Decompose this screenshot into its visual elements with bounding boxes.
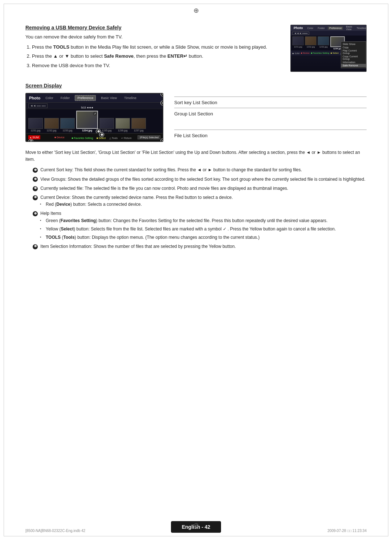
ps-file-1235: 1235.jpg: [99, 118, 114, 132]
usb-step-3: Remove the USB device from the TV.: [32, 62, 283, 69]
group-list-label-group: Group List Section: [174, 108, 367, 116]
desc-4-sub-1: Red (Device) button: Selects a connected…: [40, 201, 367, 208]
screen-display-title: Screen Display: [25, 83, 367, 89]
ss-device: ■ Device: [301, 52, 310, 54]
footer-date-info: 2009-07-28 □□ 11:23:34: [327, 529, 367, 533]
desc-item-4: ❹ Current Device: Shows the currently se…: [25, 194, 367, 208]
ss-tab-timeline: Timeline: [355, 26, 367, 30]
ss-tab-basic: Basic View: [344, 25, 354, 31]
ps-tab-folder: Folder: [58, 95, 72, 101]
photo-screen-inner: Photo Color Folder Preference Basic View…: [26, 94, 163, 141]
ss-top-bar: Photo Color Folder Preference Basic View…: [291, 25, 366, 31]
ps-top-bar: Photo Color Folder Preference Basic View…: [26, 94, 163, 103]
bottom-compass-icon: ⊕: [193, 521, 199, 529]
desc-5-sub-1: Green (Favorites Setting) button: Change…: [40, 217, 367, 224]
usb-step-1: Press the TOOLS button in the Media Play…: [32, 44, 283, 51]
group-list-label: Group List Section: [174, 111, 367, 116]
description-section: Move to either 'Sort key List Section', …: [25, 149, 367, 250]
ps-counter: 5/15 ★★★: [76, 106, 98, 109]
desc-item-1: ❶ Current Sort key: This field shows the…: [25, 167, 367, 173]
sort-key-line: [174, 97, 367, 97]
desc-item-5: ❺ Help Items Green (Favorites Setting) b…: [25, 210, 367, 241]
badge-4: ❹: [28, 139, 33, 142]
ps-tab-color: Color: [43, 95, 56, 101]
ps-sort-row: ◄◄ •••• ••••: [28, 103, 48, 108]
badge-5: ❺: [99, 132, 104, 137]
ps-tab-timeline: Timeline: [122, 95, 139, 101]
badge-1: ❶: [160, 93, 163, 97]
usb-section: Removing a USB Memory Device Safely You …: [25, 25, 367, 72]
ss-menu-copy: Copy: [341, 46, 366, 49]
ps-tools-btn[interactable]: △ Tools: [108, 136, 119, 140]
desc-list: ❶ Current Sort key: This field shows the…: [25, 167, 367, 250]
ps-file-1237: 1237.jpg: [131, 118, 146, 132]
file-list-label-group: File List Section: [174, 130, 367, 138]
desc-5-sub-3: TOOLS (Tools) button: Displays the optio…: [40, 234, 367, 241]
badge-2: ❷: [160, 101, 163, 106]
ss-menu-slideshow: Slide Show: [341, 42, 366, 46]
intro-text: Move to either 'Sort key List Section', …: [25, 149, 367, 163]
file-list-line: [174, 130, 367, 130]
sort-key-label: Sort key List Section: [174, 100, 367, 105]
ps-tab-basic: Basic View: [99, 95, 119, 101]
ps-file-1234: 5/15 ★★★ ✓ 1234.jpg ❸: [76, 111, 98, 132]
circle-2: ❷: [33, 177, 38, 182]
ps-fname-1233: 1233.jpg: [63, 129, 73, 132]
ps-bottom-bar: ⬥ SUM ❹ ■ Device ■ Favorites Setting ■ S…: [26, 133, 163, 141]
desc-5-sub-2: Yellow (Select) button: Selects file fro…: [40, 226, 367, 233]
photo-screen: Photo Color Folder Preference Basic View…: [25, 93, 163, 142]
usb-text: Removing a USB Memory Device Safely You …: [25, 25, 283, 72]
ss-menu-info: Information: [341, 61, 366, 64]
ps-selected-info: 1File(s) Selected: [138, 135, 160, 139]
display-container: Photo Color Folder Preference Basic View…: [25, 93, 367, 142]
file-list-label: File List Section: [174, 133, 367, 138]
ps-file-1232: 1232.jpg: [44, 118, 59, 132]
footer-file-info: [8500-NA]BN68-02322C-Eng.indb 42: [25, 529, 85, 533]
desc-item-3: ❸ Currently selected file: The selected …: [25, 185, 367, 192]
ps-file-1233: 1233.jpg: [60, 118, 75, 132]
ps-fav-btn[interactable]: ■ Favorites Setting: [70, 136, 94, 140]
ss-photo-label: Photo: [292, 25, 305, 30]
circle-1: ❶: [33, 168, 38, 173]
usb-intro: You can remove the device safely from th…: [25, 33, 283, 41]
display-labels: Sort key List Section Group List Section…: [174, 93, 367, 142]
ps-return-btn[interactable]: ↩ Return: [120, 136, 133, 140]
circle-3: ❸: [33, 186, 38, 191]
ps-files-row: 1231.jpg 1232.jpg 1233.jpg: [28, 111, 160, 132]
usb-step-2: Press the ▲ or ▼ button to select Safe R…: [32, 53, 283, 60]
ss-menu-safe-remove: Safe Remove: [341, 64, 366, 67]
ps-file-grid: 1231.jpg 1232.jpg 1233.jpg: [26, 109, 163, 133]
ps-file-1231: 1231.jpg: [28, 118, 43, 132]
ps-fname-1232: 1232.jpg: [47, 129, 57, 132]
ps-device-btn[interactable]: ■ Device: [53, 136, 66, 139]
ss-tab-pref: Preference: [328, 26, 343, 30]
ps-fname-1231: 1231.jpg: [31, 129, 41, 132]
ss-select: ■ Select: [331, 52, 339, 54]
ps-fname-1235: 1235.jpg: [102, 129, 112, 132]
ps-photo-label: Photo: [29, 96, 40, 100]
badge-6: ❻: [160, 138, 163, 142]
ps-check: ✓: [93, 111, 97, 116]
circle-5: ❺: [33, 211, 38, 216]
circle-6: ❻: [33, 244, 38, 249]
compass-icon: ⊕: [0, 0, 392, 17]
circle-4: ❹: [33, 195, 38, 200]
ss-menu-copy-group: Copy Current Group: [341, 55, 366, 61]
usb-steps: Press the TOOLS button in the Media Play…: [32, 44, 283, 69]
sort-key-label-group: Sort key List Section: [174, 97, 367, 105]
desc-item-2: ❷ View Groups: Shows the detailed groups…: [25, 176, 367, 183]
ss-fav: ■ Favorites Setting: [311, 52, 329, 54]
ss-tab-folder: Folder: [316, 26, 326, 30]
ps-file-1236: 1236.jpg: [115, 118, 130, 132]
ps-fname-1237: 1237.jpg: [134, 129, 144, 132]
desc-item-6: ❻ Item Selection Information: Shows the …: [25, 243, 367, 250]
ss-context-menu: Slide Show Copy Play Current Group Copy …: [341, 41, 366, 68]
ps-fname-1236: 1236.jpg: [118, 129, 128, 132]
ss-sum: ◆ SUM: [292, 52, 299, 54]
screen-display-section: Screen Display Photo Color Folder Prefer…: [25, 83, 367, 142]
group-list-line: [174, 108, 367, 108]
ps-help-row: ■ Favorites Setting ■ Select △ Tools ↩ R…: [68, 135, 136, 140]
ps-tab-pref: Preference: [75, 95, 96, 101]
usb-section-title: Removing a USB Memory Device Safely: [25, 25, 283, 30]
desc-5-subs: Green (Favorites Setting) button: Change…: [40, 217, 367, 241]
